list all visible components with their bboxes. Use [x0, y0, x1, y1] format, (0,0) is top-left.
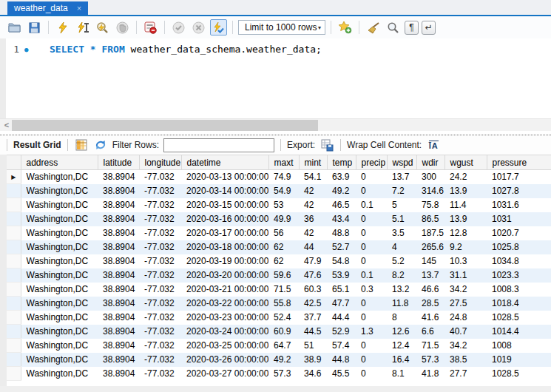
grid-cell[interactable]: 34.2 — [444, 339, 487, 353]
grid-cell[interactable]: 44.5 — [299, 325, 327, 339]
grid-cell[interactable]: 2020-03-16 00:00:00 — [181, 212, 268, 226]
table-row[interactable]: Washington,DC38.8904-77.0322020-03-16 00… — [7, 212, 551, 226]
grid-cell[interactable]: 54.1 — [299, 170, 327, 184]
open-script-button[interactable] — [6, 19, 23, 36]
column-header[interactable]: address — [21, 155, 98, 170]
grid-cell[interactable]: 65.1 — [327, 283, 356, 297]
grid-cell[interactable]: 38.8904 — [98, 339, 139, 353]
grid-cell[interactable]: 57.3 — [416, 353, 444, 367]
grid-cell[interactable]: 5.2 — [387, 254, 416, 268]
grid-cell[interactable]: 0.3 — [356, 283, 387, 297]
grid-cell[interactable]: Washington,DC — [21, 240, 98, 254]
grid-cell[interactable]: 1017.7 — [487, 170, 551, 184]
grid-cell[interactable]: 24.8 — [444, 311, 487, 325]
table-row[interactable]: Washington,DC38.8904-77.0322020-03-25 00… — [7, 339, 551, 353]
grid-cell[interactable]: 60.3 — [299, 283, 327, 297]
grid-cell[interactable]: 43.4 — [327, 212, 356, 226]
column-header[interactable]: temp — [327, 155, 356, 170]
toggle-autocommit-button[interactable] — [210, 19, 227, 36]
toggle-invisible-characters-button[interactable]: ¶ — [405, 21, 419, 35]
row-marker[interactable] — [7, 184, 21, 198]
row-marker[interactable] — [7, 311, 21, 325]
grid-cell[interactable]: 52.4 — [268, 311, 299, 325]
tab-close-icon[interactable]: × — [77, 4, 81, 13]
grid-cell[interactable]: -77.032 — [139, 254, 181, 268]
grid-cell[interactable]: 47.6 — [299, 268, 327, 283]
grid-cell[interactable]: 86.5 — [416, 212, 444, 226]
grid-cell[interactable]: -77.032 — [139, 339, 181, 353]
row-marker[interactable] — [7, 297, 21, 311]
commit-button[interactable] — [170, 19, 187, 36]
grid-cell[interactable]: 53.9 — [327, 268, 356, 283]
grid-cell[interactable]: 37.7 — [299, 311, 327, 325]
grid-cell[interactable]: 41.8 — [416, 367, 444, 381]
grid-cell[interactable]: 38.8904 — [98, 170, 139, 184]
grid-cell[interactable]: Washington,DC — [21, 353, 98, 367]
grid-cell[interactable]: 0 — [356, 226, 387, 240]
grid-cell[interactable]: -77.032 — [139, 226, 181, 240]
editor-horizontal-scrollbar[interactable]: < — [0, 118, 551, 131]
grid-cell[interactable]: 34.2 — [444, 283, 487, 297]
grid-cell[interactable]: 0 — [356, 184, 387, 198]
grid-cell[interactable]: 54.8 — [327, 254, 356, 268]
grid-cell[interactable]: 12.6 — [387, 325, 416, 339]
grid-cell[interactable]: 1.3 — [356, 325, 387, 339]
table-row[interactable]: Washington,DC38.8904-77.0322020-03-21 00… — [7, 283, 551, 297]
scroll-left-arrow-icon[interactable]: < — [1, 119, 12, 131]
table-row[interactable]: ▶Washington,DC38.8904-77.0322020-03-13 0… — [7, 170, 551, 184]
grid-cell[interactable]: 314.6 — [416, 184, 444, 198]
grid-cell[interactable]: 38.8904 — [98, 268, 139, 283]
explain-query-button[interactable] — [94, 19, 111, 36]
table-row[interactable]: Washington,DC38.8904-77.0322020-03-17 00… — [7, 226, 551, 240]
table-row[interactable]: Washington,DC38.8904-77.0322020-03-23 00… — [7, 311, 551, 325]
table-row[interactable]: Washington,DC38.8904-77.0322020-03-14 00… — [7, 184, 551, 198]
grid-cell[interactable]: 6.6 — [416, 325, 444, 339]
grid-cell[interactable]: 38.9 — [299, 353, 327, 367]
grid-cell[interactable]: -77.032 — [139, 297, 181, 311]
grid-cell[interactable]: 38.8904 — [98, 283, 139, 297]
row-marker[interactable] — [7, 198, 21, 212]
grid-cell[interactable]: 265.6 — [416, 240, 444, 254]
toggle-stop-on-error-button[interactable] — [142, 19, 159, 36]
grid-cell[interactable]: 52.9 — [327, 325, 356, 339]
grid-cell[interactable]: 59.6 — [268, 268, 299, 283]
row-marker-header[interactable] — [7, 155, 21, 170]
grid-cell[interactable]: 64.7 — [268, 339, 299, 353]
grid-cell[interactable]: Washington,DC — [21, 339, 98, 353]
grid-cell[interactable]: -77.032 — [139, 325, 181, 339]
grid-cell[interactable]: 38.8904 — [98, 367, 139, 381]
grid-cell[interactable]: 2020-03-13 00:00:00 — [181, 170, 268, 184]
grid-cell[interactable]: 42 — [299, 198, 327, 212]
grid-cell[interactable]: 5 — [387, 198, 416, 212]
grid-cell[interactable]: 1023.3 — [487, 268, 551, 283]
grid-cell[interactable]: 1028.5 — [487, 367, 551, 381]
row-marker[interactable] — [7, 339, 21, 353]
column-header[interactable]: pressure — [487, 155, 551, 170]
row-marker[interactable] — [7, 353, 21, 367]
execute-current-statement-button[interactable] — [74, 19, 91, 36]
wrap-cell-content-button[interactable]: ĪA — [426, 138, 441, 152]
grid-cell[interactable]: Washington,DC — [21, 212, 98, 226]
row-marker[interactable] — [7, 325, 21, 339]
grid-cell[interactable]: 2020-03-22 00:00:00 — [181, 297, 268, 311]
grid-cell[interactable]: 28.5 — [416, 297, 444, 311]
grid-cell[interactable]: 40.7 — [444, 325, 487, 339]
grid-cell[interactable]: 2020-03-21 00:00:00 — [181, 283, 268, 297]
grid-cell[interactable]: 38.8904 — [98, 297, 139, 311]
grid-cell[interactable]: 62 — [268, 254, 299, 268]
grid-cell[interactable]: 38.8904 — [98, 254, 139, 268]
toggle-word-wrap-button[interactable]: ↵ — [422, 21, 436, 35]
grid-cell[interactable]: -77.032 — [139, 170, 181, 184]
grid-cell[interactable]: 1008.3 — [487, 283, 551, 297]
grid-cell[interactable]: 2020-03-15 00:00:00 — [181, 198, 268, 212]
grid-cell[interactable]: 52.7 — [327, 240, 356, 254]
grid-cell[interactable]: 1019 — [487, 353, 551, 367]
grid-cell[interactable]: 46.5 — [327, 198, 356, 212]
grid-cell[interactable]: Washington,DC — [21, 311, 98, 325]
row-marker[interactable] — [7, 212, 21, 226]
grid-cell[interactable]: -77.032 — [139, 268, 181, 283]
grid-cell[interactable]: 12.8 — [444, 226, 487, 240]
row-marker[interactable]: ▶ — [7, 170, 21, 184]
grid-cell[interactable]: 24.2 — [444, 170, 487, 184]
grid-cell[interactable]: 11.8 — [387, 297, 416, 311]
